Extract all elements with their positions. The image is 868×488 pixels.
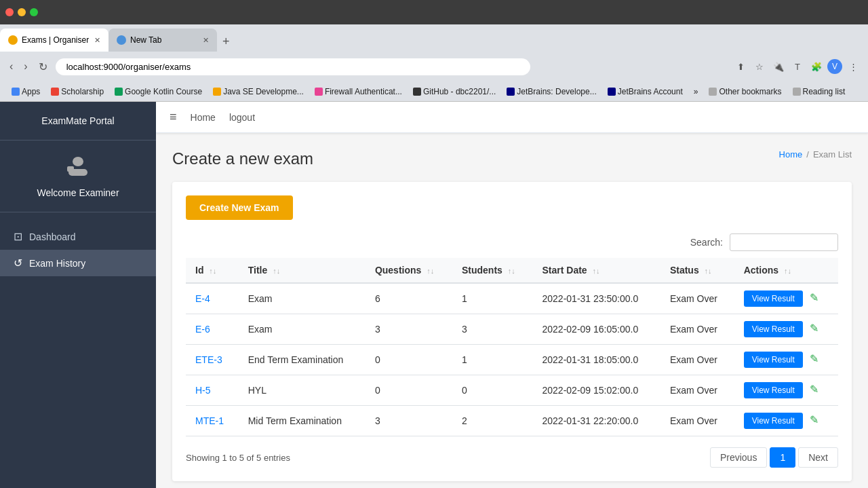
col-title-label: Title [248, 265, 268, 276]
view-result-button-1[interactable]: View Result [744, 321, 803, 337]
col-header-id[interactable]: Id ↑↓ [186, 258, 239, 283]
breadcrumb-current: Exam List [813, 149, 852, 159]
search-input[interactable] [730, 233, 838, 251]
col-actions-sort-icon: ↑↓ [784, 267, 791, 275]
main-card: Create New Exam Search: Id ↑↓ [172, 182, 852, 481]
bookmark-firewall[interactable]: Firewall Authenticat... [310, 86, 407, 98]
breadcrumb-home[interactable]: Home [779, 149, 803, 159]
bookmark-scholarship[interactable]: Scholarship [46, 86, 108, 98]
bookmark-other-icon [709, 88, 717, 96]
create-new-exam-button[interactable]: Create New Exam [186, 195, 293, 220]
sidebar-item-exam-history-label: Exam History [29, 258, 85, 269]
top-nav-logout-link[interactable]: logout [229, 112, 255, 123]
bookmark-firewall-label: Firewall Authenticat... [325, 87, 402, 96]
back-button[interactable]: ‹ [7, 58, 16, 75]
col-students-label: Students [462, 265, 502, 276]
bookmark-java[interactable]: Java SE Developme... [208, 86, 309, 98]
cell-questions-3: 0 [366, 375, 452, 406]
bookmark-jetbrains1[interactable]: JetBrains: Develope... [502, 86, 601, 98]
col-questions-label: Questions [375, 265, 421, 276]
browser-tab-1[interactable]: Exams | Organiser ✕ [0, 29, 108, 52]
hamburger-icon[interactable]: ≡ [170, 110, 177, 124]
view-result-button-3[interactable]: View Result [744, 382, 803, 398]
bookmark-reading[interactable]: Reading list [788, 86, 850, 98]
bookmark-kotlin[interactable]: Google Kotlin Course [110, 86, 207, 98]
maximize-window-btn[interactable] [30, 8, 38, 16]
sidebar-item-exam-history[interactable]: ↺ Exam History [0, 250, 156, 276]
cell-title-0: Exam [239, 283, 366, 314]
bookmark-jetbrains2[interactable]: JetBrains Account [603, 86, 688, 98]
bookmark-github-icon [413, 88, 421, 96]
cell-status-2: Exam Over [660, 345, 734, 375]
col-header-status[interactable]: Status ↑↓ [660, 258, 734, 283]
bookmark-more[interactable]: » [689, 86, 703, 98]
edit-button-2[interactable]: ✎ [810, 352, 818, 365]
page-header: Create a new exam Home / Exam List [172, 149, 852, 168]
new-tab-button[interactable]: + [217, 32, 235, 52]
tab-close-1[interactable]: ✕ [94, 36, 100, 45]
table-row: E-6 Exam 3 3 2022-02-09 16:05:00.0 Exam … [186, 314, 838, 345]
page-content: Create a new exam Home / Exam List Creat… [156, 133, 868, 488]
reload-button[interactable]: ↻ [36, 58, 50, 76]
bookmark-star-icon[interactable]: ☆ [751, 58, 768, 75]
exam-id-link-3[interactable]: H-5 [195, 385, 211, 396]
table-controls: Search: [186, 233, 838, 251]
sidebar-item-dashboard[interactable]: ⊡ Dashboard [0, 223, 156, 250]
close-window-btn[interactable] [5, 8, 14, 16]
cell-title-3: HYL [239, 375, 366, 406]
view-result-button-2[interactable]: View Result [744, 352, 803, 368]
edit-button-4[interactable]: ✎ [810, 413, 818, 426]
minimize-window-btn[interactable] [18, 8, 26, 16]
translate-icon[interactable]: T [789, 58, 806, 75]
exam-id-link-0[interactable]: E-4 [195, 293, 210, 304]
profile-icon[interactable]: V [827, 59, 842, 74]
app-container: ExamMate Portal Welcome Examiner ⊡ Dashb… [0, 102, 868, 488]
bookmark-jetbrains1-icon [507, 88, 515, 96]
exam-id-link-4[interactable]: MTE-1 [195, 415, 224, 426]
window-controls[interactable] [5, 8, 38, 16]
browser-chrome: Exams | Organiser ✕ New Tab ✕ + ‹ › ↻ ⬆ … [0, 0, 868, 102]
forward-button[interactable]: › [21, 58, 30, 75]
sidebar-item-dashboard-label: Dashboard [29, 231, 76, 242]
cell-status-4: Exam Over [660, 406, 734, 436]
cell-students-3: 0 [452, 375, 533, 406]
col-header-questions[interactable]: Questions ↑↓ [366, 258, 452, 283]
search-label: Search: [690, 237, 723, 248]
edit-button-0[interactable]: ✎ [810, 291, 818, 304]
cell-questions-1: 3 [366, 314, 452, 345]
cell-actions-2: View Result ✎ [734, 345, 838, 375]
browser-tab-2[interactable]: New Tab ✕ [108, 29, 217, 52]
bookmark-apps[interactable]: Apps [7, 86, 45, 98]
bookmark-other[interactable]: Other bookmarks [704, 86, 786, 98]
bookmark-github[interactable]: GitHub - dbc2201/... [408, 86, 500, 98]
table-body: E-4 Exam 6 1 2022-01-31 23:50:00.0 Exam … [186, 283, 838, 436]
sidebar-header: ExamMate Portal [0, 102, 156, 140]
view-result-button-0[interactable]: View Result [744, 290, 803, 307]
address-input[interactable] [56, 58, 530, 75]
cell-start-date-4: 2022-01-31 22:20:00.0 [533, 406, 660, 436]
address-actions: ⬆ ☆ 🔌 T 🧩 V ⋮ [732, 58, 861, 75]
table-footer: Showing 1 to 5 of 5 entries Previous 1 N… [186, 447, 838, 468]
previous-button[interactable]: Previous [710, 447, 767, 468]
bookmarks-bar: Apps Scholarship Google Kotlin Course Ja… [0, 81, 868, 102]
col-header-students[interactable]: Students ↑↓ [452, 258, 533, 283]
tab-close-2[interactable]: ✕ [203, 36, 209, 45]
edit-button-3[interactable]: ✎ [810, 383, 818, 396]
next-button[interactable]: Next [798, 447, 838, 468]
col-header-actions[interactable]: Actions ↑↓ [734, 258, 838, 283]
col-header-start-date[interactable]: Start Date ↑↓ [533, 258, 660, 283]
view-result-button-4[interactable]: View Result [744, 413, 803, 429]
exam-id-link-2[interactable]: ETE-3 [195, 354, 222, 365]
menu-icon[interactable]: ⋮ [845, 58, 861, 75]
cell-start-date-2: 2022-01-31 18:05:00.0 [533, 345, 660, 375]
page-number-1-button[interactable]: 1 [770, 447, 795, 468]
sidebar-nav: ⊡ Dashboard ↺ Exam History [0, 212, 156, 287]
extensions-puzzle-icon[interactable]: 🧩 [808, 58, 825, 75]
extension-icon[interactable]: 🔌 [770, 58, 787, 75]
top-nav-home-link[interactable]: Home [191, 112, 216, 123]
col-header-title[interactable]: Title ↑↓ [239, 258, 366, 283]
edit-button-1[interactable]: ✎ [810, 322, 818, 335]
share-icon[interactable]: ⬆ [732, 58, 749, 75]
table-row: H-5 HYL 0 0 2022-02-09 15:02:00.0 Exam O… [186, 375, 838, 406]
exam-id-link-1[interactable]: E-6 [195, 324, 210, 335]
